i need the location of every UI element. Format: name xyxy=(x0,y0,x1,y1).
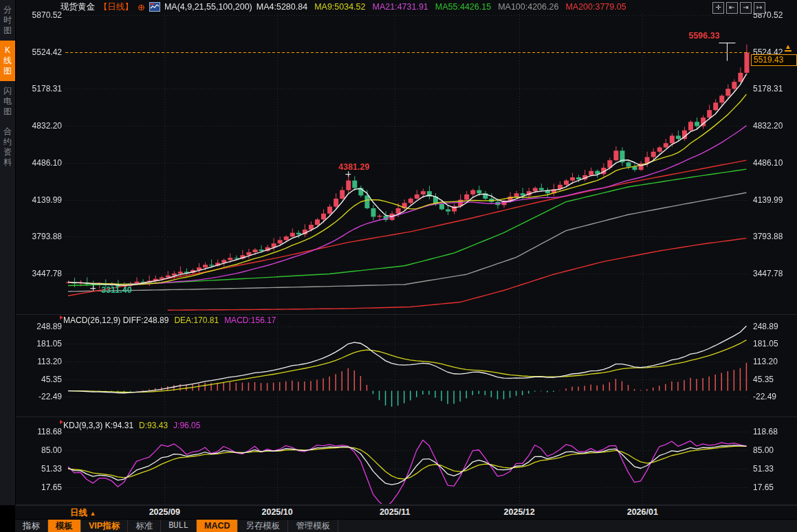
axis-tick: 248.89 xyxy=(17,322,62,331)
tab-VIP指标[interactable]: VIP指标 xyxy=(81,520,128,532)
pan-right-icon[interactable]: ↦ xyxy=(754,2,765,14)
bottom-tab-bar: 指标模板VIP指标标准BULLMACD另存模板管理模板 xyxy=(15,519,797,532)
chart-header: 现货黄金 【日线】 ⊕ MA(4,9,21,55,100,200) MA4:52… xyxy=(61,0,626,14)
ma-legend-item: MA4:5280.84 xyxy=(256,2,307,12)
axis-tick: 113.20 xyxy=(17,357,62,366)
sidebar-item-char: 约 xyxy=(0,137,15,147)
sidebar-item-char: 料 xyxy=(0,157,15,168)
axis-tick: 17.65 xyxy=(17,483,62,492)
month-label: 2025/10 xyxy=(261,507,292,517)
axis-tick: 118.68 xyxy=(17,427,62,436)
axis-tick: 4139.99 xyxy=(17,195,62,205)
ma-legend: MA4:5280.84MA9:5034.52MA21:4731.91MA55:4… xyxy=(256,2,626,12)
macd-header: MACD(26,12,9) DIFF:248.89DEA:170.81MACD:… xyxy=(63,315,276,325)
ma-legend-item: MA9:5034.52 xyxy=(314,2,365,12)
axis-tick: 51.33 xyxy=(17,464,62,474)
indicator-value-label: MACD:156.17 xyxy=(224,315,276,325)
month-label: 2025/11 xyxy=(380,507,411,517)
tab-另存模板[interactable]: 另存模板 xyxy=(238,520,288,532)
kdj-header: KDJ(9,3,3) K:94.31D:93.43J:96.05 xyxy=(63,421,200,430)
indicator-value-label: DEA:170.81 xyxy=(174,315,219,325)
sidebar-item-char: 电 xyxy=(0,96,15,107)
tab-BULL[interactable]: BULL xyxy=(161,520,197,532)
axis-tick: 3447.78 xyxy=(17,269,62,278)
axis-tick: 118.68 xyxy=(753,427,797,436)
axis-tick: 181.05 xyxy=(753,339,797,348)
sidebar-item-time-chart[interactable]: 分时图 xyxy=(0,0,15,41)
sidebar-item-char: K xyxy=(0,45,15,56)
ma-settings-label: MA(4,9,21,55,100,200) xyxy=(164,2,252,12)
symbol-name: 现货黄金 xyxy=(61,1,95,13)
month-label: 2025/12 xyxy=(504,507,535,517)
sidebar-item-char: 图 xyxy=(0,107,15,117)
scroll-to-latest-icon[interactable]: ▲ xyxy=(785,43,791,52)
sidebar-item-char: 资 xyxy=(0,147,15,157)
sidebar-item-char: 合 xyxy=(0,126,15,137)
indicator-value-label: J:96.05 xyxy=(173,421,200,430)
tab-管理模板[interactable]: 管理模板 xyxy=(288,520,338,532)
axis-tick: 4832.20 xyxy=(17,121,62,131)
crosshair-icon[interactable]: ✛ xyxy=(712,2,724,14)
axis-tick: 4832.20 xyxy=(753,121,797,131)
sidebar-item-char: 分 xyxy=(0,5,15,15)
sidebar-item-flash-chart[interactable]: 闪电图 xyxy=(0,81,15,122)
chart-toolbar: ✛⇤⇥↦ xyxy=(712,2,765,14)
axis-tick: 4486.10 xyxy=(753,158,797,168)
chart-canvas[interactable] xyxy=(0,0,797,532)
tab-模板[interactable]: 模板 xyxy=(48,520,81,532)
sidebar-item-contract-info[interactable]: 合约资料 xyxy=(0,122,15,173)
axis-tick: 5524.42 xyxy=(17,47,62,57)
trading-app-window: 分时图K线图闪电图合约资料 现货黄金 【日线】 ⊕ MA(4,9,21,55,1… xyxy=(0,0,797,532)
axis-tick: 5178.31 xyxy=(17,84,62,93)
left-sidebar: 分时图K线图闪电图合约资料 xyxy=(0,0,16,505)
axis-tick: -22.49 xyxy=(17,392,62,401)
axis-tick: 17.65 xyxy=(753,483,797,492)
last-price-label: 5519.43 xyxy=(751,54,797,66)
indicator-value-label: MACD(26,12,9) DIFF:248.89 xyxy=(63,315,168,325)
axis-tick: 4139.99 xyxy=(753,195,797,205)
sidebar-item-char: 图 xyxy=(0,25,15,36)
tab-标准[interactable]: 标准 xyxy=(128,520,161,532)
indicator-value-label: KDJ(9,3,3) K:94.31 xyxy=(63,421,133,430)
axis-tick: 51.33 xyxy=(753,464,797,474)
axis-tick: 85.00 xyxy=(17,445,62,455)
period-tag: 【日线】 xyxy=(99,1,133,13)
axis-tick: 3793.88 xyxy=(753,232,797,241)
period-selector[interactable]: 日线 ▲ xyxy=(70,507,96,519)
month-label: 2025/09 xyxy=(149,507,180,517)
add-indicator-icon[interactable]: ⊕ xyxy=(138,2,145,12)
tab-指标[interactable]: 指标 xyxy=(15,520,48,532)
sidebar-item-char: 图 xyxy=(0,66,15,76)
month-label: 2026/01 xyxy=(627,507,658,517)
axis-tick: 45.35 xyxy=(17,375,62,384)
ma-legend-item: MA55:4426.15 xyxy=(435,2,491,12)
scale-left-icon[interactable]: ⇤ xyxy=(726,2,738,14)
ma-legend-item: MA100:4206.26 xyxy=(498,2,558,12)
axis-tick: 4486.10 xyxy=(17,158,62,168)
axis-tick: 3447.78 xyxy=(753,269,797,278)
price-annotation: 3311.40 xyxy=(101,285,132,295)
indicator-value-label: D:93.43 xyxy=(139,421,168,430)
sidebar-item-kline-chart[interactable]: K线图 xyxy=(0,41,15,81)
sidebar-item-char: 闪 xyxy=(0,86,15,96)
ma-legend-item: MA200:3779.05 xyxy=(565,2,626,12)
sidebar-item-char: 时 xyxy=(0,15,15,25)
sidebar-bottom-filler xyxy=(0,505,15,532)
price-annotation: 5596.33 xyxy=(688,31,719,41)
axis-tick: 85.00 xyxy=(753,445,797,455)
axis-tick: 248.89 xyxy=(753,322,797,331)
price-annotation: 4381.29 xyxy=(338,162,369,172)
ma-legend-item: MA21:4731.91 xyxy=(373,2,428,12)
axis-tick: 3793.88 xyxy=(17,232,62,241)
sidebar-item-char: 线 xyxy=(0,56,15,66)
time-axis: 日线 ▲ 2025/092025/102025/112025/122026/01 xyxy=(15,505,797,520)
axis-tick: 5870.52 xyxy=(17,10,62,20)
axis-tick: 181.05 xyxy=(17,339,62,348)
scale-right-icon[interactable]: ⇥ xyxy=(740,2,752,14)
axis-tick: 113.20 xyxy=(753,357,797,366)
tab-MACD[interactable]: MACD xyxy=(197,520,239,532)
axis-tick: 45.35 xyxy=(753,375,797,384)
axis-tick: 5178.31 xyxy=(753,84,797,93)
mini-chart-icon[interactable] xyxy=(149,2,160,12)
axis-tick: -22.49 xyxy=(753,392,797,401)
